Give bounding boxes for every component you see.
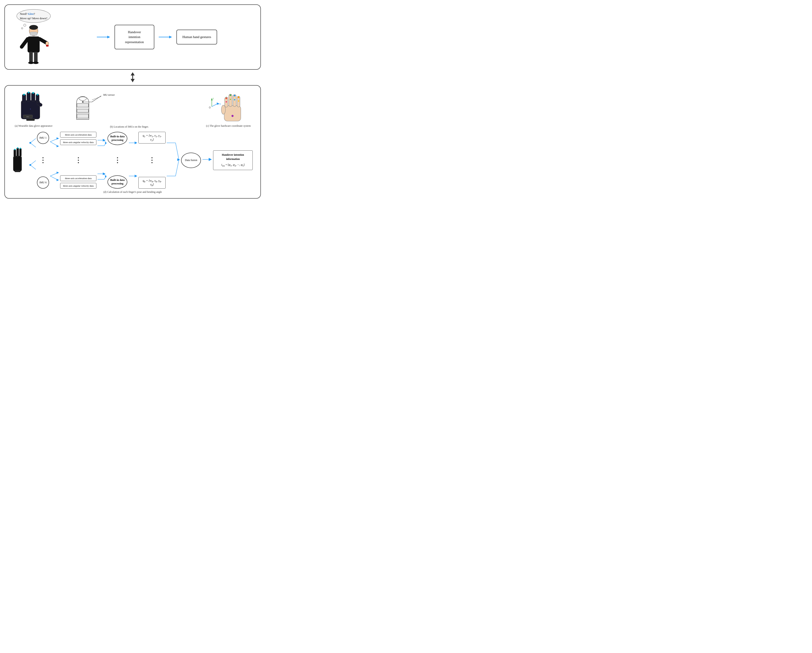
- dot3: [43, 162, 44, 163]
- imu1-circle: IMU 1: [37, 132, 49, 144]
- svg-point-64: [234, 99, 235, 100]
- svg-point-11: [33, 62, 38, 64]
- svg-line-80: [30, 165, 36, 170]
- svg-marker-84: [56, 137, 59, 139]
- svg-marker-13: [107, 35, 110, 38]
- svg-rect-8: [29, 52, 33, 63]
- svg-marker-46: [211, 98, 213, 100]
- oval-to-output-arrows: [128, 132, 137, 187]
- svg-rect-9: [34, 52, 38, 63]
- bottom-panel: IMU ✦ (a) Wearable data glove appearance: [5, 85, 261, 199]
- imu-to-box-arrows: [50, 132, 59, 187]
- human-hand-gestures-box: Human hand gestures: [176, 30, 217, 44]
- svg-text:O: O: [209, 106, 211, 109]
- imu6-label: IMU 6: [39, 181, 46, 184]
- coord-section: z y O: [201, 90, 256, 128]
- dot2: [43, 160, 44, 161]
- svg-line-79: [30, 161, 36, 165]
- glove-section: IMU ✦ (a) Wearable data glove appearance: [9, 90, 58, 128]
- data-fusion-label: Data fusion: [185, 159, 197, 162]
- svg-rect-38: [77, 114, 89, 118]
- svg-point-74: [17, 147, 18, 148]
- angular-box-6: three-axis angular velocity data: [60, 183, 96, 189]
- flow-diagram-section: IMU 1 IMU 6: [9, 132, 256, 194]
- svg-rect-2: [30, 32, 37, 35]
- svg-rect-32: [26, 119, 35, 121]
- svg-point-1: [29, 25, 38, 30]
- caption-c: (c) The glove hardware coordinate system: [206, 124, 251, 128]
- angular-box-1: three-axis angular velocity data: [60, 139, 96, 145]
- box-to-oval-arrows: [98, 132, 106, 187]
- svg-line-40: [92, 96, 101, 102]
- top-panel: Need? Give? Move up? Move down?: [5, 5, 261, 70]
- double-arrow: [5, 72, 261, 83]
- data-fusion-oval: Data fusion: [181, 153, 201, 168]
- svg-rect-72: [20, 148, 21, 156]
- svg-text:IMU: IMU: [26, 116, 29, 118]
- svg-line-108: [176, 143, 179, 159]
- svg-point-102: [105, 176, 106, 177]
- svg-point-60: [234, 95, 235, 96]
- q1-text: q1 = [w1, x1, y1, z1]: [143, 134, 161, 141]
- output-to-fusion-arrows: [167, 132, 180, 187]
- person-figure: [16, 25, 51, 65]
- connection-lines-left: [25, 132, 36, 176]
- svg-point-10: [28, 62, 34, 64]
- q1-output-box: q1 = [w1, x1, y1, z1]: [138, 132, 166, 144]
- svg-point-57: [221, 105, 226, 114]
- hand-coord-diagram: z y O: [208, 90, 249, 123]
- caption-a: (a) Wearable data glove appearance: [15, 124, 53, 128]
- svg-point-75: [20, 148, 21, 149]
- caption-d: (d) Calculation of each finger's pose an…: [9, 190, 256, 194]
- svg-text:y: y: [220, 102, 221, 105]
- box1-text: Handoverintentionrepresentation: [125, 30, 144, 44]
- svg-marker-104: [134, 142, 137, 144]
- accel-box-6: three-axis acceleration data: [60, 175, 96, 181]
- svg-point-28: [37, 94, 38, 96]
- svg-rect-52: [224, 106, 241, 121]
- intention-title: Handover intention information: [217, 153, 249, 161]
- svg-marker-49: [217, 102, 220, 105]
- svg-marker-18: [131, 72, 134, 76]
- svg-marker-86: [56, 145, 59, 147]
- svg-rect-69: [13, 156, 22, 171]
- hand-gestures-text: Human hand gestures: [182, 35, 211, 39]
- bottom-top-row: IMU ✦ (a) Wearable data glove appearance: [9, 90, 256, 128]
- arrow2: [159, 34, 172, 40]
- svg-point-65: [238, 100, 239, 102]
- small-glove: [12, 144, 24, 177]
- svg-marker-15: [169, 35, 172, 38]
- imu1-label: IMU 1: [39, 136, 46, 139]
- svg-marker-88: [56, 171, 59, 174]
- svg-point-82: [29, 164, 31, 166]
- svg-point-25: [23, 94, 25, 96]
- svg-point-81: [29, 142, 31, 144]
- svg-point-61: [238, 96, 240, 98]
- finger-imu-diagram: IMU sensor: [60, 90, 118, 123]
- svg-point-59: [230, 95, 232, 96]
- q6-text: q6 = [w6, x6, y6, z6]: [143, 179, 161, 186]
- svg-rect-71: [17, 148, 19, 156]
- accel-box-1: three-axis acceleration data: [60, 132, 96, 138]
- svg-marker-90: [56, 179, 59, 181]
- caption-b: (b) Locations of IMUs on the finger.: [110, 125, 149, 128]
- svg-line-110: [176, 160, 179, 176]
- svg-text:IMU sensor: IMU sensor: [103, 94, 115, 96]
- svg-marker-113: [209, 158, 212, 161]
- person-section: Need? Give? Move up? Move down?: [9, 9, 58, 65]
- svg-point-73: [14, 149, 15, 150]
- builtin-label-6: Built-in data processing: [110, 179, 125, 185]
- svg-line-78: [30, 143, 36, 147]
- imu-finger-section: IMU sensor (b) Locations of IMUs on the …: [60, 90, 198, 128]
- thought-bubble: Need? Give? Move up? Move down?: [17, 9, 50, 23]
- svg-point-66: [232, 115, 234, 117]
- svg-line-4: [22, 39, 27, 47]
- svg-rect-21: [27, 92, 31, 101]
- svg-rect-70: [14, 149, 16, 157]
- svg-point-27: [32, 92, 34, 94]
- glove-image: IMU ✦: [15, 90, 52, 123]
- svg-rect-36: [77, 104, 89, 107]
- svg-point-62: [226, 101, 227, 102]
- svg-rect-76: [15, 170, 20, 172]
- fusion-to-intention-arrow: [202, 132, 212, 187]
